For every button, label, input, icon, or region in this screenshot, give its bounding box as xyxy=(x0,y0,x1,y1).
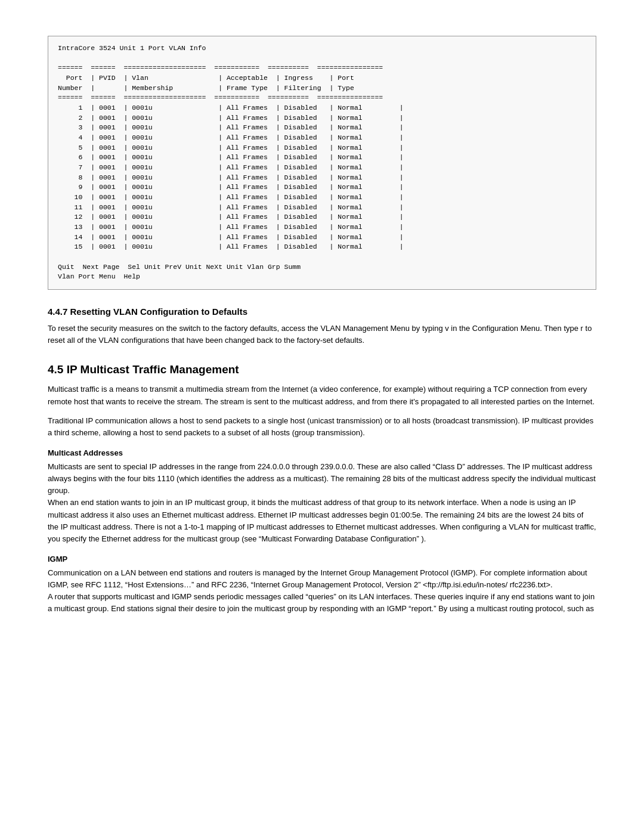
subsection-multicast-addresses: Multicast Addresses Multicasts are sent … xyxy=(48,448,596,545)
section-447-paragraph: To reset the security measures on the sw… xyxy=(48,323,596,346)
section-45-heading: 4.5 IP Multicast Traffic Management xyxy=(48,363,596,376)
subsection-multicast-addresses-paragraph: Multicasts are sent to special IP addres… xyxy=(48,461,596,545)
subsection-igmp-title: IGMP xyxy=(48,555,596,563)
subsection-igmp-paragraph: Communication on a LAN between end stati… xyxy=(48,567,596,615)
section-447: 4.4.7 Resetting VLAN Configuration to De… xyxy=(48,306,596,346)
subsection-igmp: IGMP Communication on a LAN between end … xyxy=(48,555,596,615)
subsection-multicast-addresses-title: Multicast Addresses xyxy=(48,448,596,457)
section-45: 4.5 IP Multicast Traffic Management Mult… xyxy=(48,363,596,615)
section-45-paragraph2: Traditional IP communication allows a ho… xyxy=(48,415,596,439)
terminal-output: IntraCore 3524 Unit 1 Port VLAN Info ===… xyxy=(48,36,596,290)
section-447-heading: 4.4.7 Resetting VLAN Configuration to De… xyxy=(48,306,596,317)
page-wrapper: IntraCore 3524 Unit 1 Port VLAN Info ===… xyxy=(48,36,596,833)
section-45-paragraph1: Multicast traffic is a means to transmit… xyxy=(48,383,596,407)
